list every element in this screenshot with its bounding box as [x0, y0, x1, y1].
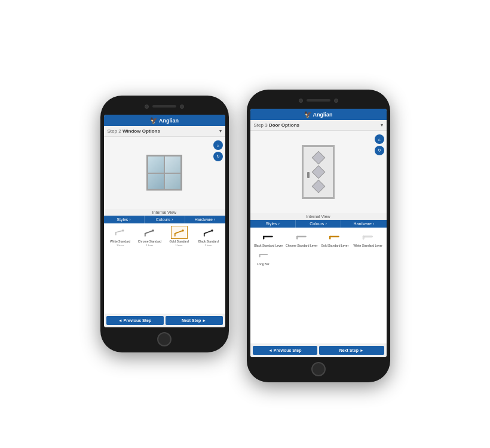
phone-left-home[interactable] [157, 332, 172, 346]
tab-styles-left-label: Styles [117, 217, 128, 222]
hardware-item-chrome-left[interactable]: Chrome Standard 1 lever [136, 226, 164, 247]
tab-styles-right[interactable]: Styles › [250, 220, 296, 228]
tab-colours-right-label: Colours [310, 222, 324, 226]
phone-left: 🦅 Anglian Step 2 Window Options ▾ [100, 96, 229, 352]
tab-styles-left[interactable]: Styles › [104, 216, 145, 223]
prev-step-btn-left[interactable]: ◄ Previous Step [106, 316, 164, 325]
hardware-name-gold-left: Gold Standard [170, 240, 189, 243]
svg-rect-14 [296, 236, 307, 237]
svg-rect-13 [263, 236, 264, 240]
tab-colours-left-arrow: › [172, 217, 173, 222]
door-diamond-3 [311, 180, 325, 194]
door-hardware-row-1: Black Standard Lever Chrome Standard Lev… [253, 230, 384, 247]
hardware-icon-gold-right [326, 230, 343, 243]
tab-colours-left[interactable]: Colours › [145, 216, 185, 223]
hardware-name-chrome-right: Chrome Standard Lever [286, 244, 317, 247]
tab-styles-right-arrow: › [278, 222, 280, 226]
hardware-item-longbar-right[interactable]: Long Bar [255, 248, 272, 266]
hardware-name-gold-right: Gold Standard Lever [321, 244, 348, 247]
phone-right-screen: 🦅 Anglian Step 3 Door Options ▾ [250, 109, 387, 357]
tab-hardware-left[interactable]: Hardware › [185, 216, 225, 223]
tab-styles-left-arrow: › [129, 217, 130, 222]
hardware-sub-gold-left: 1 lever [176, 244, 183, 247]
phone-right-bottom [250, 362, 387, 376]
hardware-name-white-right: White Standard Lever [354, 244, 382, 247]
next-step-btn-left[interactable]: Next Step ► [166, 316, 223, 325]
logo-text-left: Anglian [159, 118, 179, 124]
step-title-right: Step 3 Door Options [254, 122, 299, 128]
handle-svg-longbar [256, 250, 271, 260]
window-image-left [146, 155, 182, 191]
door-handle [307, 172, 310, 178]
hardware-item-black-left[interactable]: Black Standard 1 lever [194, 226, 222, 247]
door-diamond-1 [311, 151, 325, 165]
hardware-item-gold-left[interactable]: Gold Standard 1 lever [165, 226, 193, 247]
phone-right-home[interactable] [311, 362, 326, 376]
hardware-sub-black-left: 1 lever [205, 244, 212, 247]
scene: 🦅 Anglian Step 2 Window Options ▾ [0, 0, 490, 448]
door-diamond-2 [311, 165, 325, 179]
hardware-name-chrome-left: Chrome Standard [138, 240, 161, 243]
handle-svg-white [113, 227, 127, 238]
handle-svg-gold-lever [327, 231, 342, 242]
tab-hardware-right-label: Hardware [353, 222, 371, 226]
step-header-left: Step 2 Window Options ▾ [104, 126, 225, 137]
step-title-left: Step 2 Window Options [108, 128, 160, 134]
hardware-item-white-right[interactable]: White Standard Lever [352, 230, 384, 247]
next-step-btn-right[interactable]: Next Step ► [319, 346, 384, 355]
app-header-right: 🦅 Anglian [250, 109, 387, 120]
svg-point-1 [122, 229, 124, 232]
tab-colours-right-arrow: › [325, 222, 326, 226]
app-header-left: 🦅 Anglian [104, 115, 225, 126]
prev-step-btn-right[interactable]: ◄ Previous Step [253, 346, 318, 355]
hardware-icon-black-right [260, 230, 277, 243]
handle-svg-black-lever [261, 231, 275, 242]
step-number-right: Step 3 [254, 122, 268, 128]
spacer-right [250, 268, 387, 343]
hardware-name-black-right: Black Standard Lever [254, 244, 283, 247]
step-name-right: Door Options [269, 122, 299, 128]
action-buttons-right: ⌂ ↻ [375, 134, 384, 155]
home-btn-right[interactable]: ⌂ [375, 134, 384, 144]
phone-left-speaker [152, 105, 176, 108]
handle-svg-chrome-lever [295, 231, 309, 242]
svg-point-10 [211, 229, 213, 232]
svg-line-6 [174, 231, 182, 234]
logo-bird-left: 🦅 [150, 117, 157, 124]
svg-line-0 [116, 231, 123, 232]
product-view-left: ⌂ ↻ [104, 137, 225, 209]
svg-line-9 [204, 231, 212, 234]
hardware-item-chrome-right[interactable]: Chrome Standard Lever [286, 230, 318, 247]
nav-buttons-right: ◄ Previous Step Next Step ► [250, 343, 387, 357]
hardware-items-left: White Standard 1 lever Chrome Standard 1… [104, 223, 225, 249]
tabs-bar-right: Styles › Colours › Hardware › [250, 220, 387, 228]
tab-hardware-right-arrow: › [373, 222, 374, 226]
hardware-icon-white-right [360, 230, 376, 243]
refresh-btn-right[interactable]: ↻ [375, 146, 384, 155]
refresh-btn-left[interactable]: ↻ [213, 152, 223, 161]
tab-colours-right[interactable]: Colours › [296, 220, 341, 228]
phone-right-camera2 [334, 99, 338, 103]
hardware-name-longbar-right: Long Bar [257, 262, 269, 266]
chevron-down-left[interactable]: ▾ [219, 128, 222, 134]
chevron-down-right[interactable]: ▾ [381, 122, 383, 128]
step-number-left: Step 2 [108, 128, 121, 134]
home-btn-left[interactable]: ⌂ [213, 140, 223, 150]
hardware-item-gold-right[interactable]: Gold Standard Lever [319, 230, 351, 247]
phone-left-camera [145, 105, 149, 109]
hardware-item-black-right[interactable]: Black Standard Lever [253, 230, 285, 247]
svg-rect-19 [363, 236, 364, 240]
tab-hardware-right[interactable]: Hardware › [341, 220, 386, 228]
handle-svg-chrome [142, 227, 157, 238]
handle-svg-black [201, 227, 216, 238]
hardware-icon-chrome-right [293, 230, 310, 243]
svg-rect-17 [329, 236, 330, 240]
svg-rect-20 [259, 254, 267, 255]
phone-right: 🦅 Anglian Step 3 Door Options ▾ [247, 90, 390, 382]
svg-rect-21 [259, 254, 260, 257]
hardware-item-white-left[interactable]: White Standard 1 lever [106, 226, 134, 247]
product-view-right: ⌂ ↻ [250, 131, 387, 213]
phone-right-top-bar [250, 96, 387, 105]
svg-rect-16 [329, 236, 339, 237]
hardware-name-black-left: Black Standard [198, 240, 219, 243]
